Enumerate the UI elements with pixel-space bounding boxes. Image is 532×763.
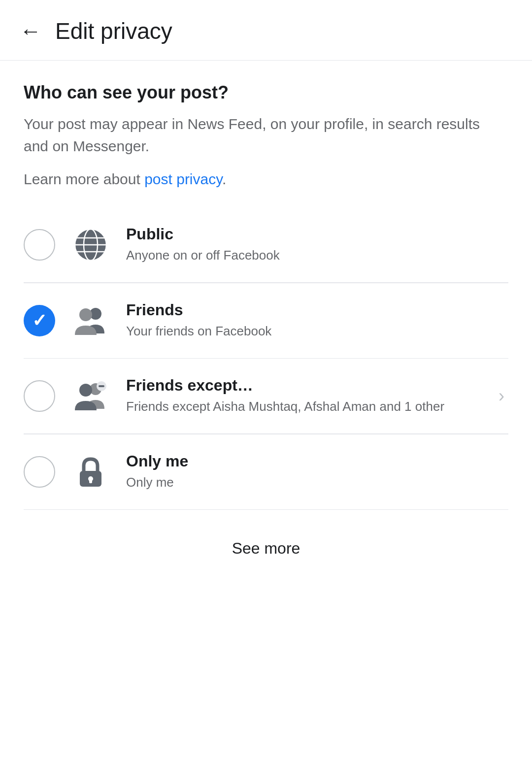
back-button[interactable]: ← <box>20 20 41 42</box>
header: ← Edit privacy <box>0 0 532 61</box>
svg-point-9 <box>79 384 92 397</box>
page-title: Edit privacy <box>55 18 172 44</box>
option-only-me-sublabel: Only me <box>126 473 508 491</box>
learn-more-text: Learn more about post privacy. <box>24 171 508 188</box>
section-question: Who can see your post? <box>24 82 508 103</box>
globe-icon <box>71 225 110 265</box>
option-friends-except-sublabel: Friends except Aisha Mushtaq, Afshal Ama… <box>126 398 483 415</box>
option-friends-except-label: Friends except… <box>126 376 483 395</box>
option-only-me-text: Only me Only me <box>126 452 508 491</box>
svg-point-7 <box>79 308 92 321</box>
option-friends-except[interactable]: Friends except… Friends except Aisha Mus… <box>24 359 508 433</box>
friends-icon <box>71 301 110 340</box>
lock-icon <box>71 452 110 492</box>
option-friends-text: Friends Your friends on Facebook <box>126 301 508 340</box>
option-friends-label: Friends <box>126 301 508 319</box>
radio-public <box>24 229 55 261</box>
option-friends-sublabel: Your friends on Facebook <box>126 322 508 340</box>
option-public-text: Public Anyone on or off Facebook <box>126 225 508 264</box>
see-more-container: See more <box>24 510 508 577</box>
svg-rect-14 <box>89 479 92 483</box>
radio-friends-except <box>24 380 55 412</box>
section-description: Your post may appear in News Feed, on yo… <box>24 113 508 157</box>
option-public[interactable]: Public Anyone on or off Facebook <box>24 207 508 282</box>
option-only-me[interactable]: Only me Only me <box>24 434 508 509</box>
checkmark-icon: ✓ <box>32 312 47 330</box>
post-privacy-link[interactable]: post privacy <box>144 171 222 187</box>
option-only-me-label: Only me <box>126 452 508 470</box>
friends-except-icon <box>71 376 110 416</box>
option-friends-except-text: Friends except… Friends except Aisha Mus… <box>126 376 483 415</box>
svg-rect-11 <box>99 385 104 387</box>
see-more-button[interactable]: See more <box>232 539 300 558</box>
option-public-sublabel: Anyone on or off Facebook <box>126 246 508 264</box>
radio-friends: ✓ <box>24 305 55 336</box>
option-friends[interactable]: ✓ Friends Your friends on Facebook <box>24 283 508 358</box>
radio-only-me <box>24 456 55 488</box>
content-area: Who can see your post? Your post may app… <box>0 61 532 577</box>
chevron-right-icon: › <box>499 386 508 406</box>
option-public-label: Public <box>126 225 508 243</box>
